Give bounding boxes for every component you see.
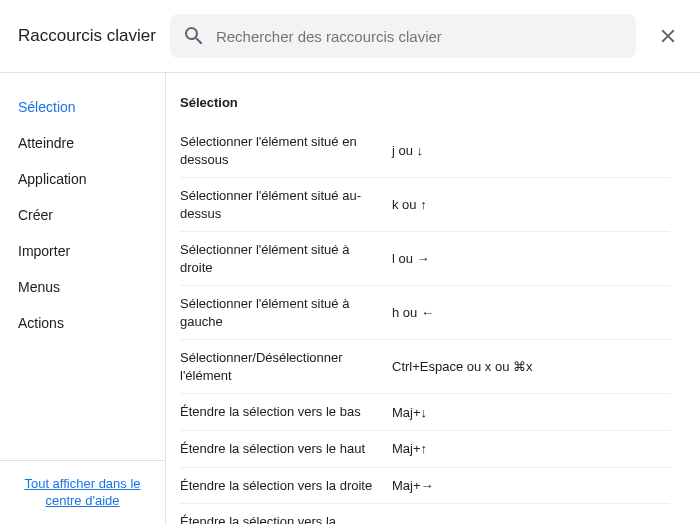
close-icon xyxy=(657,25,679,47)
header: Raccourcis clavier xyxy=(0,0,700,72)
shortcut-row: Étendre la sélection vers la droiteMaj+→ xyxy=(180,468,670,505)
sidebar-item[interactable]: Atteindre xyxy=(0,125,165,161)
shortcut-description: Sélectionner/Désélectionner l'élément xyxy=(180,349,392,384)
shortcut-row: Sélectionner l'élément situé en dessousj… xyxy=(180,124,670,178)
body: SélectionAtteindreApplicationCréerImport… xyxy=(0,73,700,524)
close-button[interactable] xyxy=(648,16,688,56)
shortcut-row: Sélectionner l'élément situé à droitel o… xyxy=(180,232,670,286)
shortcut-row: Étendre la sélection vers le basMaj+↓ xyxy=(180,394,670,431)
shortcut-keys: Maj+↓ xyxy=(392,405,670,420)
shortcut-description: Sélectionner l'élément situé en dessous xyxy=(180,133,392,168)
shortcut-row: Étendre la sélection vers le hautMaj+↑ xyxy=(180,431,670,468)
shortcut-row: Sélectionner l'élément situé à gaucheh o… xyxy=(180,286,670,340)
page-title: Raccourcis clavier xyxy=(18,26,156,46)
sidebar-nav: SélectionAtteindreApplicationCréerImport… xyxy=(0,73,165,460)
shortcut-keys: Ctrl+Espace ou x ou ⌘x xyxy=(392,359,670,374)
shortcut-description: Étendre la sélection vers la droite xyxy=(180,477,392,495)
shortcut-keys: k ou ↑ xyxy=(392,197,670,212)
sidebar-item[interactable]: Menus xyxy=(0,269,165,305)
shortcut-keys: h ou ← xyxy=(392,305,670,320)
shortcut-description: Étendre la sélection vers la gauche xyxy=(180,513,392,524)
search-icon xyxy=(182,24,206,48)
shortcut-description: Sélectionner l'élément situé à gauche xyxy=(180,295,392,330)
sidebar-item[interactable]: Sélection xyxy=(0,89,165,125)
shortcut-keys: j ou ↓ xyxy=(392,143,670,158)
shortcut-row: Sélectionner l'élément situé au-dessusk … xyxy=(180,178,670,232)
shortcut-description: Étendre la sélection vers le haut xyxy=(180,440,392,458)
shortcut-keys: Maj+→ xyxy=(392,478,670,493)
shortcut-row: Sélectionner/Désélectionner l'élémentCtr… xyxy=(180,340,670,394)
search-input[interactable] xyxy=(216,28,628,45)
content: Sélection Sélectionner l'élément situé e… xyxy=(166,73,700,524)
shortcut-description: Sélectionner l'élément situé au-dessus xyxy=(180,187,392,222)
shortcut-description: Sélectionner l'élément situé à droite xyxy=(180,241,392,276)
sidebar-footer: Tout afficher dans le centre d'aide xyxy=(0,460,165,524)
shortcut-keys: Maj+↑ xyxy=(392,441,670,456)
sidebar-item[interactable]: Créer xyxy=(0,197,165,233)
section-title: Sélection xyxy=(180,95,670,110)
sidebar: SélectionAtteindreApplicationCréerImport… xyxy=(0,73,166,524)
shortcut-row: Étendre la sélection vers la gaucheMaj+← xyxy=(180,504,670,524)
shortcut-description: Étendre la sélection vers le bas xyxy=(180,403,392,421)
sidebar-item[interactable]: Importer xyxy=(0,233,165,269)
search-box[interactable] xyxy=(170,14,636,58)
sidebar-item[interactable]: Application xyxy=(0,161,165,197)
shortcut-keys: l ou → xyxy=(392,251,670,266)
help-center-link[interactable]: Tout afficher dans le centre d'aide xyxy=(12,475,153,510)
shortcut-list: Sélectionner l'élément situé en dessousj… xyxy=(180,124,670,524)
sidebar-item[interactable]: Actions xyxy=(0,305,165,341)
